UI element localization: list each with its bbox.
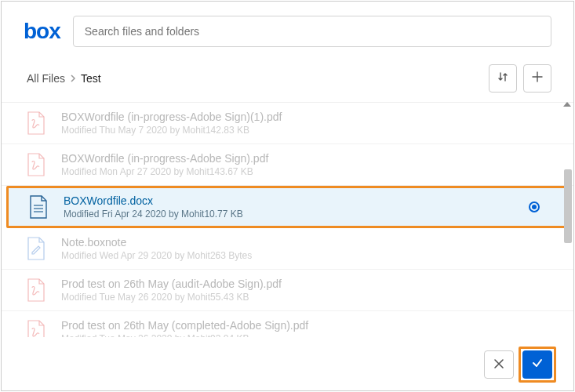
close-icon [493,357,504,373]
breadcrumb-root[interactable]: All Files [27,72,65,85]
cancel-button[interactable] [484,350,514,379]
file-row[interactable]: Prod test on 26th May (completed-Adobe S… [2,311,573,337]
radio-selected-icon[interactable] [529,201,540,212]
file-subtext: Modified Fri Apr 24 2020 by Mohit10.77 K… [64,209,515,220]
pdf-file-icon [25,278,47,303]
file-row[interactable]: BOXWordfile (in-progress-Adobe Sign)(1).… [2,103,573,144]
search-field-wrap[interactable] [73,16,551,47]
boxnote-file-icon [25,236,47,261]
file-row-selected[interactable]: BOXWordfile.docx Modified Fri Apr 24 202… [6,186,569,228]
footer-actions [484,347,556,383]
file-subtext: Modified Thu May 7 2020 by Mohit142.83 K… [61,125,542,136]
file-subtext: Modified Tue May 26 2020 by Mohit93.04 K… [61,333,542,337]
file-subtext: Modified Mon Apr 27 2020 by Mohit143.67 … [61,166,542,177]
subheader: All Files Test [2,58,573,102]
docx-file-icon [27,194,49,220]
file-name: Prod test on 26th May (audit-Adobe Sign)… [61,278,542,290]
file-row[interactable]: BOXWordfile (in-progress-Adobe Sign).pdf… [2,144,573,186]
file-meta: BOXWordfile.docx Modified Fri Apr 24 202… [64,194,515,220]
box-logo: box [24,19,60,44]
file-name: BOXWordfile.docx [64,194,515,207]
header: box [2,2,573,58]
breadcrumb-current: Test [81,72,101,85]
file-meta: BOXWordfile (in-progress-Adobe Sign)(1).… [61,111,542,136]
confirm-button[interactable] [522,350,552,379]
scrollbar[interactable] [564,102,572,336]
check-icon [531,357,544,372]
sort-button[interactable] [489,64,517,93]
file-name: BOXWordfile (in-progress-Adobe Sign)(1).… [61,111,542,123]
file-subtext: Modified Tue May 26 2020 by Mohit55.43 K… [61,292,542,303]
file-list: BOXWordfile (in-progress-Adobe Sign)(1).… [2,102,573,337]
pdf-file-icon [25,319,47,337]
add-button[interactable] [523,64,551,93]
breadcrumb: All Files Test [27,72,101,85]
confirm-highlight [519,347,556,383]
sort-icon [497,71,509,86]
file-row[interactable]: Note.boxnote Modified Wed Apr 29 2020 by… [2,228,573,270]
file-name: Prod test on 26th May (completed-Adobe S… [61,319,542,332]
file-row[interactable]: Prod test on 26th May (audit-Adobe Sign)… [2,270,573,311]
file-name: BOXWordfile (in-progress-Adobe Sign).pdf [61,152,542,165]
pdf-file-icon [25,111,47,136]
header-actions [489,64,551,93]
plus-icon [531,71,544,86]
file-meta: Prod test on 26th May (audit-Adobe Sign)… [61,278,542,303]
file-meta: Prod test on 26th May (completed-Adobe S… [61,319,542,337]
scroll-up-icon[interactable] [563,102,571,107]
chevron-right-icon [70,72,76,85]
pdf-file-icon [25,152,47,177]
file-meta: BOXWordfile (in-progress-Adobe Sign).pdf… [61,152,542,177]
file-subtext: Modified Wed Apr 29 2020 by Mohit263 Byt… [61,250,542,261]
file-name: Note.boxnote [61,236,542,249]
file-meta: Note.boxnote Modified Wed Apr 29 2020 by… [61,236,542,261]
search-input[interactable] [85,25,540,38]
scroll-thumb[interactable] [564,169,572,243]
